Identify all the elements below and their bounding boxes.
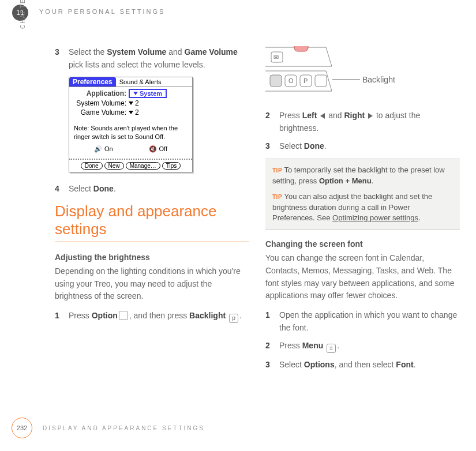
section-title: Display and appearance settings [55,202,249,238]
font-step-2: 2 Press Menu ≡. [265,340,460,353]
tip-label: TIP [272,167,282,174]
bold-text: Option [92,311,118,320]
step-number: 1 [265,309,279,334]
link-optimizing-power[interactable]: Optimizing power settings [332,213,418,222]
game-volume-label: Game Volume: [72,108,126,116]
bold-text: Left [302,111,317,120]
page-number: 232 [12,418,32,438]
paragraph: Depending on the lighting conditions in … [55,265,249,303]
page-footer: 232 DISPLAY AND APPEARANCE SETTINGS [12,418,205,438]
step-number: 3 [55,46,69,71]
text: and [166,47,184,57]
text: and [326,111,344,120]
speaker-icon [94,145,102,153]
on-label: On [104,145,113,152]
chevron-down-icon [133,92,138,95]
system-volume-label: System Volume: [72,99,126,107]
bold-text: Game Volume [185,47,238,57]
tip-box: TIP To temporarily set the backlight to … [265,159,460,230]
bold-text: Done [304,141,324,151]
text: , and then select [335,360,396,369]
application-label: Application: [72,89,126,97]
bold-text: Options [304,360,335,369]
prefs-header: Preferences Sound & Alerts [69,77,192,87]
svg-line-2 [326,47,332,66]
step-body: Select Options, and then select Font. [279,359,460,371]
chapter-vertical-label: CHAPTER [20,0,26,29]
new-button: New [104,162,124,170]
text: Select [279,141,304,151]
svg-text:O: O [288,77,294,84]
application-dropdown: System [129,89,167,98]
page-header-title: YOUR PERSONAL SETTINGS [39,8,165,15]
text: . [418,213,421,222]
callout-line [332,79,360,80]
step-4: 4 Select Done. [55,183,249,196]
brightness-step-1: 1 Press Option, and then press Backlight… [55,310,249,323]
bold-text: System Volume [107,47,166,57]
menu-key-icon: ≡ [327,344,336,353]
chevron-down-icon [129,102,133,105]
subheading-font: Changing the screen font [265,239,460,249]
bold-text: Backlight [189,311,226,320]
prefs-tab: Preferences [69,77,116,87]
text: . [114,184,116,193]
text: pick lists and select the volume levels. [69,60,205,69]
text: , and then press [129,311,189,320]
step-body: Press Menu ≡. [279,340,460,353]
step-number: 2 [265,110,279,134]
prefs-body: Application: System System Volume: 2 Gam… [69,87,192,159]
prefs-footer: Done New Manage… Tips [69,159,192,172]
system-volume-value: 2 [135,99,139,107]
step-body: Press Option, and then press Backlight p… [69,310,249,323]
step-number: 4 [55,183,69,196]
manage-button: Manage… [126,162,160,170]
done-button: Done [81,162,103,170]
content-columns: 3 Select the System Volume and Game Volu… [55,46,460,377]
prefs-note: Note: Sounds aren't played when the ring… [72,117,190,145]
svg-rect-8 [270,75,282,87]
step-body: Open the application in which you want t… [279,309,460,334]
subheading-brightness: Adjusting the brightness [55,253,249,262]
tips-button: Tips [162,162,181,170]
footer-section-title: DISPLAY AND APPEARANCE SETTINGS [43,425,205,431]
chevron-down-icon [129,111,133,114]
step-body: Select the System Volume and Game Volume… [69,46,249,71]
bold-text: Option + Menu [319,176,372,185]
step-number: 3 [265,140,279,153]
right-column: ✉ O P Backlight 2 Press Left and Right t… [265,46,460,377]
backlight-callout-label: Backlight [362,75,395,84]
font-step-1: 1 Open the application in which you want… [265,309,460,334]
text: Press [69,311,92,320]
text: Press [279,341,302,350]
off-label: Off [159,145,167,152]
text: Select [279,360,304,369]
keyboard-svg: ✉ O P [265,46,335,98]
step-number: 2 [265,340,279,353]
preferences-dialog-figure: Preferences Sound & Alerts Application: … [69,77,193,172]
tip-label: TIP [272,194,282,200]
text: . [324,141,327,151]
paragraph: You can change the screen font in Calend… [265,252,460,302]
backlight-key-icon: p [229,314,238,323]
text: . [337,341,339,350]
section-rule [55,242,249,242]
text: Press [279,111,302,120]
bold-text: Right [344,111,365,120]
step-body: Select Done. [69,183,249,196]
left-column: 3 Select the System Volume and Game Volu… [55,46,249,377]
bold-text: Done [93,184,114,193]
mute-icon [149,145,157,153]
step-number: 3 [265,359,279,371]
text: . [372,176,374,185]
game-volume-value: 2 [135,108,139,116]
svg-rect-14 [294,46,308,51]
font-step-3: 3 Select Options, and then select Font. [265,359,460,371]
svg-text:P: P [303,77,308,84]
keyboard-figure: ✉ O P Backlight [265,46,335,98]
brightness-step-3: 3 Select Done. [265,140,460,153]
on-off-row: On Off [72,145,190,155]
bold-text: Menu [302,341,324,350]
step-body: Press Left and Right to adjust the brigh… [279,110,460,134]
svg-text:✉: ✉ [273,54,279,61]
